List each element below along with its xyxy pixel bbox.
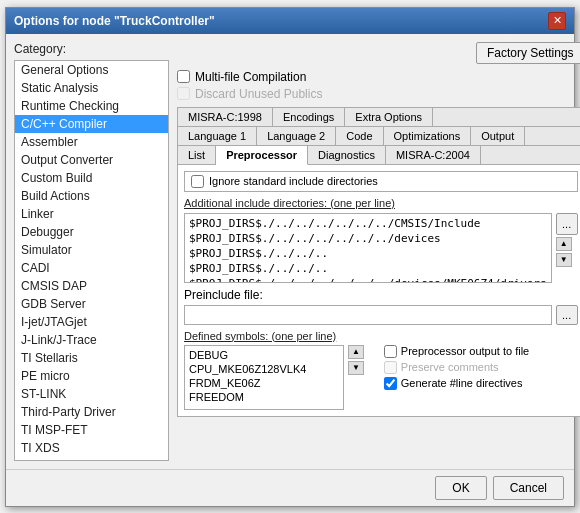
sidebar-item-i-jet-jtag[interactable]: I-jet/JTAGjet bbox=[15, 313, 168, 331]
tab-misra-2004[interactable]: MISRA-C:2004 bbox=[386, 146, 481, 164]
preserve-comments-label: Preserve comments bbox=[401, 361, 499, 373]
tab-optimizations[interactable]: Optimizations bbox=[384, 127, 472, 145]
sidebar-item-build-actions[interactable]: Build Actions bbox=[15, 187, 168, 205]
sidebar-item-third-party-driver[interactable]: Third-Party Driver bbox=[15, 403, 168, 421]
dir-browse-button[interactable]: ... bbox=[556, 213, 578, 235]
tab-language1[interactable]: Language 1 bbox=[178, 127, 257, 145]
tab-misra-1998[interactable]: MISRA-C:1998 bbox=[178, 108, 273, 126]
top-row: Factory Settings bbox=[177, 42, 580, 64]
options-dialog: Options for node "TruckController" ✕ Cat… bbox=[5, 7, 575, 507]
dir-item: $PROJ_DIRS$./../../../../../../devices bbox=[187, 231, 549, 246]
close-button[interactable]: ✕ bbox=[548, 12, 566, 30]
discard-unused-publics-label: Discard Unused Publics bbox=[195, 87, 322, 101]
ignore-std-include-row: Ignore standard include directories bbox=[184, 171, 578, 192]
tab-encodings[interactable]: Encodings bbox=[273, 108, 345, 126]
symbol-item: DEBUG bbox=[187, 348, 341, 362]
symbols-scroll-up[interactable]: ▲ bbox=[348, 345, 364, 359]
scroll-down-btn[interactable]: ▼ bbox=[556, 253, 572, 267]
options-section: Multi-file Compilation Discard Unused Pu… bbox=[177, 70, 580, 101]
defined-symbols-label: Defined symbols: (one per line) bbox=[184, 330, 578, 342]
dir-item: $PROJ_DIRS$./../../.. bbox=[187, 261, 549, 276]
factory-settings-button[interactable]: Factory Settings bbox=[476, 42, 580, 64]
discard-unused-publics-row: Discard Unused Publics bbox=[177, 87, 580, 101]
dir-list-row: $PROJ_DIRS$./../../../../../../CMSIS/Inc… bbox=[184, 213, 578, 283]
preinclude-section: Preinclude file: ... bbox=[184, 288, 578, 325]
multi-file-compilation-row: Multi-file Compilation bbox=[177, 70, 580, 84]
ignore-std-include-label: Ignore standard include directories bbox=[209, 175, 378, 187]
preprocessor-output-checkbox[interactable] bbox=[384, 345, 397, 358]
generate-line-label: Generate #line directives bbox=[401, 377, 523, 389]
sidebar-item-st-link[interactable]: ST-LINK bbox=[15, 385, 168, 403]
preinclude-label: Preinclude file: bbox=[184, 288, 578, 302]
sidebar-item-jlink-jtrace[interactable]: J-Link/J-Trace bbox=[15, 331, 168, 349]
preinclude-input[interactable] bbox=[184, 305, 552, 325]
additional-dirs-section: Additional include directories: (one per… bbox=[184, 197, 578, 283]
dialog-footer: OK Cancel bbox=[6, 469, 574, 506]
discard-unused-publics-checkbox[interactable] bbox=[177, 87, 190, 100]
sidebar-item-cmsis-dap[interactable]: CMSIS DAP bbox=[15, 277, 168, 295]
symbols-list[interactable]: DEBUG CPU_MKE06Z128VLK4 FRDM_KE06Z FREED… bbox=[184, 345, 344, 410]
ok-button[interactable]: OK bbox=[435, 476, 486, 500]
scroll-up-btn[interactable]: ▲ bbox=[556, 237, 572, 251]
tab-row-2: List Preprocessor Diagnostics MISRA-C:20… bbox=[178, 146, 580, 165]
sidebar-item-assembler[interactable]: Assembler bbox=[15, 133, 168, 151]
dir-item: $PROJ_DIRS$./../../../../../../devices/M… bbox=[187, 276, 549, 283]
tab-content-preprocessor: Ignore standard include directories Addi… bbox=[178, 165, 580, 416]
preserve-comments-row: Preserve comments bbox=[384, 361, 578, 374]
preinclude-browse-button[interactable]: ... bbox=[556, 305, 578, 325]
dir-buttons: ... ▲ ▼ bbox=[556, 213, 578, 283]
sidebar-item-pe-micro[interactable]: PE micro bbox=[15, 367, 168, 385]
dir-item: $PROJ_DIRS$./../../../../../../CMSIS/Inc… bbox=[187, 216, 549, 231]
tab-language2[interactable]: Language 2 bbox=[257, 127, 336, 145]
sidebar-item-runtime-checking[interactable]: Runtime Checking bbox=[15, 97, 168, 115]
tab-extra-options[interactable]: Extra Options bbox=[345, 108, 433, 126]
sidebar-item-ti-stellaris[interactable]: TI Stellaris bbox=[15, 349, 168, 367]
tab-diagnostics[interactable]: Diagnostics bbox=[308, 146, 386, 164]
dialog-body: Category: General Options Static Analysi… bbox=[6, 34, 574, 469]
cancel-button[interactable]: Cancel bbox=[493, 476, 564, 500]
additional-dirs-label: Additional include directories: (one per… bbox=[184, 197, 578, 209]
sidebar-item-gdb-server[interactable]: GDB Server bbox=[15, 295, 168, 313]
multi-file-compilation-label: Multi-file Compilation bbox=[195, 70, 306, 84]
dir-list[interactable]: $PROJ_DIRS$./../../../../../../CMSIS/Inc… bbox=[184, 213, 552, 283]
preserve-comments-checkbox[interactable] bbox=[384, 361, 397, 374]
sidebar-item-cadi[interactable]: CADI bbox=[15, 259, 168, 277]
symbol-item: CPU_MKE06Z128VLK4 bbox=[187, 362, 341, 376]
sidebar-item-custom-build[interactable]: Custom Build bbox=[15, 169, 168, 187]
category-list: General Options Static Analysis Runtime … bbox=[14, 60, 169, 461]
ignore-std-include-checkbox[interactable] bbox=[191, 175, 204, 188]
title-bar: Options for node "TruckController" ✕ bbox=[6, 8, 574, 34]
tab-row-1: MISRA-C:1998 Encodings Extra Options bbox=[178, 108, 580, 127]
symbols-options: Preprocessor output to file Preserve com… bbox=[384, 345, 578, 390]
category-label: Category: bbox=[14, 42, 169, 56]
sidebar-item-linker[interactable]: Linker bbox=[15, 205, 168, 223]
sidebar-item-ti-msp-fet[interactable]: TI MSP-FET bbox=[15, 421, 168, 439]
tab-code[interactable]: Code bbox=[336, 127, 383, 145]
symbols-scroll-down[interactable]: ▼ bbox=[348, 361, 364, 375]
symbol-item: FREEDOM bbox=[187, 390, 341, 404]
left-panel: Category: General Options Static Analysi… bbox=[14, 42, 169, 461]
sidebar-item-output-converter[interactable]: Output Converter bbox=[15, 151, 168, 169]
sidebar-item-cpp-compiler[interactable]: C/C++ Compiler bbox=[15, 115, 168, 133]
sidebar-item-general-options[interactable]: General Options bbox=[15, 61, 168, 79]
tab-output[interactable]: Output bbox=[471, 127, 525, 145]
preprocessor-output-row: Preprocessor output to file bbox=[384, 345, 578, 358]
symbols-buttons: ▲ ▼ bbox=[348, 345, 364, 410]
defined-symbols-section: Defined symbols: (one per line) DEBUG CP… bbox=[184, 330, 578, 410]
dir-item: $PROJ_DIRS$./../../.. bbox=[187, 246, 549, 261]
preprocessor-output-label: Preprocessor output to file bbox=[401, 345, 529, 357]
sidebar-item-debugger[interactable]: Debugger bbox=[15, 223, 168, 241]
tab-list[interactable]: List bbox=[178, 146, 216, 164]
sidebar-item-ti-xds[interactable]: TI XDS bbox=[15, 439, 168, 457]
symbol-item: FRDM_KE06Z bbox=[187, 376, 341, 390]
multi-file-compilation-checkbox[interactable] bbox=[177, 70, 190, 83]
symbols-row: DEBUG CPU_MKE06Z128VLK4 FRDM_KE06Z FREED… bbox=[184, 345, 578, 410]
generate-line-row: Generate #line directives bbox=[384, 377, 578, 390]
right-panel: Factory Settings Multi-file Compilation … bbox=[177, 42, 580, 461]
sidebar-item-simulator[interactable]: Simulator bbox=[15, 241, 168, 259]
preinclude-row: ... bbox=[184, 305, 578, 325]
sidebar-item-static-analysis[interactable]: Static Analysis bbox=[15, 79, 168, 97]
generate-line-checkbox[interactable] bbox=[384, 377, 397, 390]
tab-row-1-sub: Language 1 Language 2 Code Optimizations… bbox=[178, 127, 580, 146]
tab-preprocessor[interactable]: Preprocessor bbox=[216, 146, 308, 165]
